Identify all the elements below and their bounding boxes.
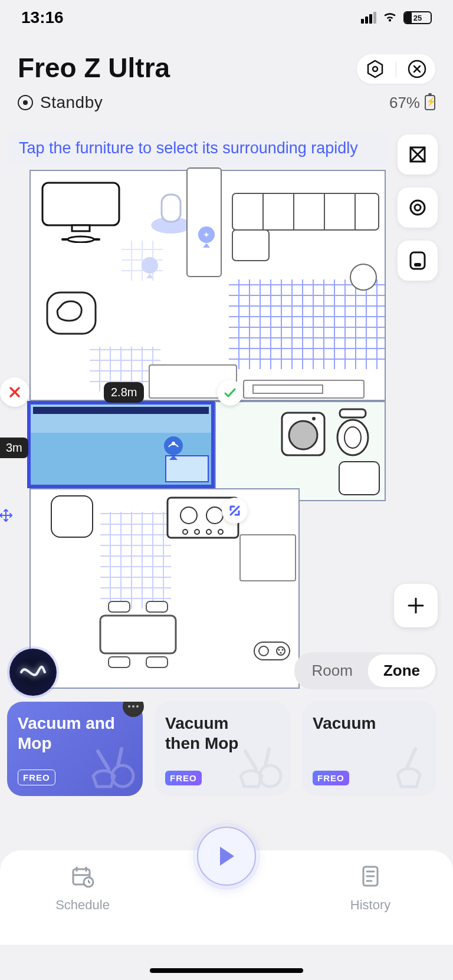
svg-text:✦: ✦ (203, 230, 210, 239)
move-handle[interactable] (0, 508, 13, 522)
broom-mop-icon (86, 745, 137, 792)
robot-orb-button[interactable] (9, 649, 57, 696)
svg-rect-35 (109, 657, 130, 667)
robot-battery-text: 67% (389, 94, 420, 112)
svg-point-37 (277, 647, 285, 655)
home-indicator (150, 968, 303, 973)
status-label: Standby (40, 93, 103, 112)
svg-rect-22 (340, 409, 366, 417)
broom-icon (389, 745, 431, 792)
furniture-cabinet[interactable] (186, 167, 222, 277)
close-button[interactable] (407, 59, 427, 79)
svg-point-40 (280, 652, 281, 654)
svg-point-5 (415, 205, 421, 211)
furniture-sink[interactable] (339, 461, 380, 495)
confirm-zone-button[interactable] (217, 380, 243, 406)
schedule-label: Schedule (24, 897, 142, 913)
robot-battery: 67% (389, 94, 435, 112)
broom-mop-icon (234, 745, 284, 792)
add-zone-button[interactable] (394, 584, 438, 627)
battery-status-icon: 25 (403, 11, 432, 24)
furniture-lamp[interactable] (348, 262, 379, 292)
svg-rect-8 (42, 183, 119, 225)
svg-rect-7 (414, 263, 421, 267)
room-zone-toggle[interactable]: Room Zone (294, 652, 438, 689)
furniture-pet-bed[interactable] (45, 290, 98, 336)
history-tab[interactable]: History (311, 863, 429, 913)
svg-point-21 (312, 417, 316, 420)
status-indicator-icon (18, 95, 33, 110)
svg-rect-34 (146, 601, 168, 612)
wifi-icon (382, 11, 398, 25)
svg-rect-15 (232, 230, 269, 261)
tip-banner: Tap the furniture to select its surround… (8, 131, 388, 166)
status-bar: 13:16 25 (0, 0, 453, 35)
zone-height-badge: 3m (0, 438, 28, 458)
dock-button[interactable] (398, 241, 438, 281)
svg-point-38 (278, 649, 280, 651)
mode-strip[interactable]: Vacuum and Mop FREO Vacuum then Mop FREO… (7, 702, 453, 796)
furniture-table[interactable] (88, 599, 188, 670)
svg-rect-14 (232, 193, 379, 230)
svg-point-18 (142, 257, 158, 274)
svg-point-41 (164, 436, 183, 455)
start-button[interactable] (197, 827, 256, 886)
freo-chip: FREO (313, 771, 349, 785)
mode-card-vacuum-and-mop[interactable]: Vacuum and Mop FREO (7, 702, 143, 796)
furniture-washer[interactable] (280, 410, 327, 458)
svg-rect-32 (100, 616, 176, 653)
obstacle-pin-icon[interactable] (162, 435, 185, 463)
svg-rect-33 (109, 601, 130, 612)
svg-point-23 (337, 420, 368, 455)
svg-point-4 (411, 200, 425, 215)
battery-charging-icon (425, 95, 435, 110)
svg-marker-0 (368, 61, 382, 77)
header-actions (357, 54, 435, 84)
status-time: 13:16 (21, 8, 64, 27)
map-layers-button[interactable] (398, 134, 438, 175)
more-options-button[interactable] (123, 702, 144, 717)
svg-rect-17 (47, 292, 96, 334)
freo-chip: FREO (18, 769, 55, 785)
cellular-signal-icon (361, 12, 376, 24)
furniture-island[interactable] (239, 534, 296, 581)
svg-point-16 (350, 264, 376, 290)
freo-chip: FREO (165, 771, 202, 785)
svg-rect-36 (146, 657, 168, 667)
zone-width-badge: 2.8m (104, 382, 144, 403)
map-detail-toggle[interactable] (254, 642, 290, 660)
history-label: History (311, 897, 429, 913)
room-toggle-option[interactable]: Room (297, 655, 368, 687)
obstacle-tag-icon[interactable]: ✦ (196, 225, 217, 249)
selected-zone[interactable] (27, 401, 215, 488)
resize-handle[interactable] (222, 498, 248, 524)
floor-map[interactable]: ✦ (29, 170, 395, 689)
furniture-sofa[interactable] (230, 191, 381, 264)
furniture-toilet[interactable] (334, 407, 372, 459)
cancel-zone-button[interactable] (0, 377, 29, 407)
furniture-shelf[interactable] (243, 380, 365, 399)
obstacle-pin-icon[interactable] (139, 256, 160, 279)
svg-point-42 (172, 442, 175, 445)
bottom-bar: Schedule History (0, 827, 453, 945)
svg-point-1 (373, 67, 378, 71)
svg-rect-11 (162, 195, 180, 222)
carpet-area (229, 279, 385, 369)
furniture-tv[interactable] (40, 180, 122, 243)
settings-hex-button[interactable] (365, 59, 385, 79)
mode-card-vacuum[interactable]: Vacuum FREO (302, 702, 436, 796)
schedule-tab[interactable]: Schedule (24, 863, 142, 913)
svg-point-9 (68, 236, 94, 242)
zone-toggle-option[interactable]: Zone (368, 655, 435, 687)
furniture-fridge[interactable] (51, 495, 93, 538)
header: Freo Z Ultra Standby 67% (18, 52, 435, 112)
svg-point-20 (289, 421, 317, 449)
mode-title: Vacuum (313, 713, 413, 734)
locate-robot-button[interactable] (398, 188, 438, 228)
mode-card-vacuum-then-mop[interactable]: Vacuum then Mop FREO (155, 702, 290, 796)
carpet-area (100, 512, 171, 609)
svg-point-39 (281, 649, 283, 651)
